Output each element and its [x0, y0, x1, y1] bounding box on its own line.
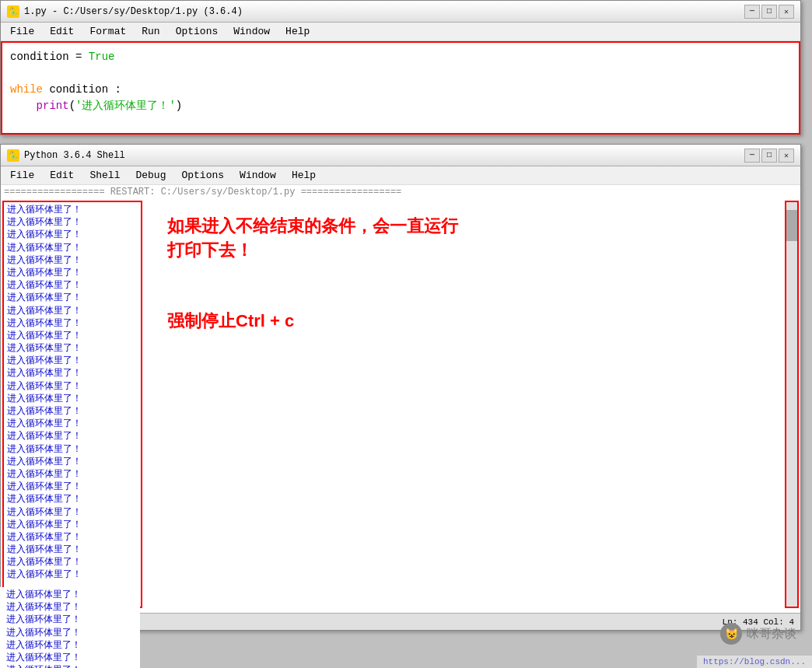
editor-titlebar: 🐍 1.py - C:/Users/sy/Desktop/1.py (3.6.4…	[1, 1, 800, 23]
shell-menu-options[interactable]: Options	[175, 168, 230, 183]
loop-line: 进入循环体里了！	[7, 568, 138, 581]
shell-output-area: 进入循环体里了！ 进入循环体里了！ 进入循环体里了！ 进入循环体里了！ 进入循环…	[1, 199, 800, 610]
loop-line: 进入循环体里了！	[7, 279, 138, 292]
loop-line: 进入循环体里了！	[7, 519, 138, 531]
shell-menu-debug[interactable]: Debug	[129, 168, 172, 183]
loop-line: 进入循环体里了！	[7, 204, 138, 216]
shell-menubar: File Edit Shell Debug Options Window Hel…	[1, 166, 800, 185]
editor-title: 1.py - C:/Users/sy/Desktop/1.py (3.6.4)	[24, 6, 243, 17]
loop-line: 进入循环体里了！	[7, 305, 138, 317]
menu-file[interactable]: File	[4, 24, 40, 39]
loop-line: 进入循环体里了！	[7, 430, 138, 442]
menu-edit[interactable]: Edit	[44, 24, 80, 39]
menu-run[interactable]: Run	[135, 24, 166, 39]
loop-line: 进入循环体里了！	[7, 393, 138, 405]
watermark-icon: 😺	[720, 623, 742, 645]
shell-menu-edit[interactable]: Edit	[44, 168, 80, 183]
shell-scrollbar[interactable]	[785, 201, 799, 608]
code-line-4: print('进入循环体里了！')	[10, 98, 791, 114]
maximize-button[interactable]: □	[761, 5, 777, 19]
loop-line: 进入循环体里了！	[7, 405, 138, 418]
menu-options[interactable]: Options	[170, 24, 225, 39]
loop-line: 进入循环体里了！	[7, 267, 138, 279]
loop-line: 进入循环体里了！	[7, 456, 138, 468]
shell-menu-shell[interactable]: Shell	[83, 168, 126, 183]
shell-restart-line: ================== RESTART: C:/Users/sy/…	[1, 185, 800, 199]
loop-line: 进入循环体里了！	[7, 418, 138, 430]
code-editor[interactable]: condition = True while condition : print…	[1, 41, 800, 135]
extra-loop-output: 进入循环体里了！ 进入循环体里了！ 进入循环体里了！ 进入循环体里了！ 进入循环…	[0, 587, 140, 668]
shell-title: Python 3.6.4 Shell	[24, 150, 125, 161]
editor-icon: 🐍	[7, 5, 19, 18]
shell-titlebar: 🐍 Python 3.6.4 Shell ─ □ ✕	[1, 145, 800, 166]
loop-line: 进入循环体里了！	[7, 292, 138, 304]
loop-line: 进入循环体里了！	[7, 367, 138, 379]
shell-annotation: 如果进入不给结束的条件，会一直运行 打印下去！ 强制停止Ctrl + c	[144, 199, 783, 610]
menu-window[interactable]: Window	[227, 24, 276, 39]
shell-window: 🐍 Python 3.6.4 Shell ─ □ ✕ File Edit She…	[0, 144, 801, 631]
loop-line: 进入循环体里了！	[7, 481, 138, 493]
loop-line: 进入循环体里了！	[7, 317, 138, 330]
url-bar: https://blog.csdn...	[697, 656, 812, 668]
menu-help[interactable]: Help	[279, 24, 316, 39]
loop-line: 进入循环体里了！	[7, 443, 138, 456]
loop-line: 进入循环体里了！	[7, 468, 138, 481]
annotation-text-2: 强制停止Ctrl + c	[167, 310, 760, 334]
watermark-text: 咪哥杂谈	[747, 626, 796, 642]
code-line-1: condition = True	[10, 49, 791, 65]
loop-line: 进入循环体里了！	[7, 544, 138, 556]
loop-line: 进入循环体里了！	[7, 330, 138, 342]
minimize-button[interactable]: ─	[744, 5, 760, 19]
shell-menu-help[interactable]: Help	[285, 168, 322, 183]
code-line-2	[10, 65, 791, 82]
loop-line: 进入循环体里了！	[6, 614, 134, 626]
loop-line: 进入循环体里了！	[7, 216, 138, 229]
scrollbar-thumb[interactable]	[786, 210, 797, 241]
shell-icon: 🐍	[7, 149, 19, 162]
shell-minimize-button[interactable]: ─	[744, 149, 760, 163]
editor-window: 🐍 1.py - C:/Users/sy/Desktop/1.py (3.6.4…	[0, 0, 801, 135]
loop-line: 进入循环体里了！	[7, 355, 138, 367]
loop-line: 进入循环体里了！	[6, 601, 134, 614]
loop-line: 进入循环体里了！	[6, 589, 134, 601]
loop-line: 进入循环体里了！	[6, 664, 134, 668]
loop-line: 进入循环体里了！	[7, 493, 138, 505]
loop-line: 进入循环体里了！	[7, 342, 138, 355]
loop-line: 进入循环体里了！	[6, 639, 134, 652]
menu-format[interactable]: Format	[83, 24, 132, 39]
editor-menubar: File Edit Format Run Options Window Help	[1, 23, 800, 41]
loop-line: 进入循环体里了！	[7, 380, 138, 393]
loop-line: 进入循环体里了！	[7, 254, 138, 267]
shell-menu-file[interactable]: File	[4, 168, 40, 183]
shell-menu-window[interactable]: Window	[233, 168, 282, 183]
shell-content: ================== RESTART: C:/Users/sy/…	[1, 185, 800, 613]
watermark: 😺 咪哥杂谈	[720, 623, 796, 645]
loop-line: 进入循环体里了！	[6, 652, 134, 664]
loop-line: 进入循环体里了！	[7, 531, 138, 544]
shell-loop-output: 进入循环体里了！ 进入循环体里了！ 进入循环体里了！ 进入循环体里了！ 进入循环…	[2, 201, 142, 608]
loop-line: 进入循环体里了！	[7, 556, 138, 568]
annotation-text-1: 如果进入不给结束的条件，会一直运行 打印下去！	[167, 215, 760, 263]
close-button[interactable]: ✕	[779, 5, 794, 19]
shell-maximize-button[interactable]: □	[761, 149, 777, 163]
loop-line: 进入循环体里了！	[7, 242, 138, 254]
shell-close-button[interactable]: ✕	[779, 149, 794, 163]
loop-line: 进入循环体里了！	[7, 229, 138, 241]
loop-line: 进入循环体里了！	[7, 506, 138, 519]
code-line-3: while condition :	[10, 82, 791, 98]
loop-line: 进入循环体里了！	[6, 627, 134, 639]
